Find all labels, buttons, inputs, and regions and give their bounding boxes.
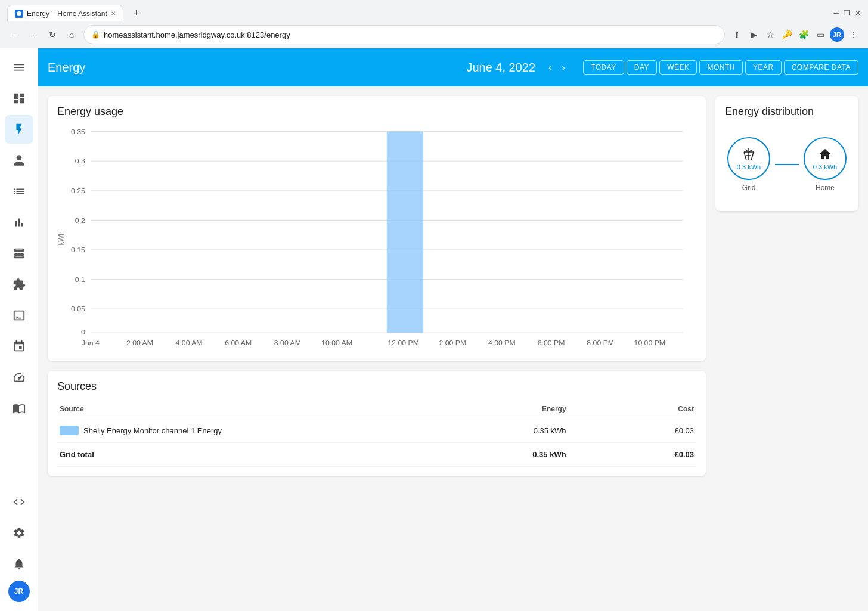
back-btn[interactable]: ← — [7, 27, 21, 42]
tab-favicon — [15, 10, 23, 18]
svg-text:0.15: 0.15 — [71, 246, 85, 255]
browser-chrome: Energy – Home Assistant ✕ + ─ ❐ ✕ ← → ↻ … — [0, 0, 868, 48]
browser-actions: ⬆ ▶ ☆ 🔑 🧩 ▭ JR ⋮ — [730, 27, 861, 42]
svg-text:4:00 AM: 4:00 AM — [176, 339, 203, 348]
grid-label: Grid — [742, 184, 756, 192]
total-cost: £0.03 — [569, 443, 696, 467]
svg-text:0.3: 0.3 — [75, 157, 85, 166]
energy-distribution-card: Energy distribution — [715, 96, 858, 211]
sidebar-item-list[interactable] — [5, 177, 33, 206]
sidebar-item-book[interactable] — [5, 394, 33, 423]
svg-text:2:00 AM: 2:00 AM — [126, 339, 153, 348]
topbar-buttons: TODAY DAY WEEK MONTH YEAR COMPARE DATA — [583, 60, 858, 75]
month-btn[interactable]: MONTH — [699, 60, 743, 75]
total-label: Grid total — [60, 450, 94, 459]
topbar-nav: ‹ › — [545, 59, 569, 76]
tab-title: Energy – Home Assistant — [27, 10, 107, 18]
sidebar-item-terminal[interactable] — [5, 301, 33, 330]
year-btn[interactable]: YEAR — [745, 60, 782, 75]
minimize-btn[interactable]: ─ — [833, 9, 839, 17]
sidebar-item-rack[interactable] — [5, 239, 33, 268]
sidebar-btn[interactable]: ▭ — [813, 27, 827, 42]
extensions-btn[interactable]: 🧩 — [796, 27, 811, 42]
play-btn[interactable]: ▶ — [746, 27, 761, 42]
address-bar[interactable]: 🔒 homeassistant.home.jamesridgway.co.uk:… — [83, 25, 725, 44]
home-btn[interactable]: ⌂ — [64, 27, 79, 42]
browser-tab[interactable]: Energy – Home Assistant ✕ — [7, 5, 123, 21]
restore-btn[interactable]: ❐ — [844, 9, 850, 17]
sidebar-item-person[interactable] — [5, 146, 33, 175]
dist-line — [775, 164, 799, 165]
table-row-total: Grid total 0.35 kWh £0.03 — [57, 443, 696, 467]
total-name-cell: Grid total — [57, 443, 441, 467]
energy-usage-card: Energy usage — [48, 96, 706, 361]
compare-data-btn[interactable]: COMPARE DATA — [784, 60, 858, 75]
browser-toolbar: ← → ↻ ⌂ 🔒 homeassistant.home.jamesridgwa… — [0, 21, 868, 48]
app-container: JR Energy June 4, 2022 ‹ › TODAY DAY WEE… — [0, 48, 868, 611]
home-value: 0.3 kWh — [813, 163, 837, 170]
forward-btn[interactable]: → — [26, 27, 41, 42]
grid-value: 0.3 kWh — [737, 163, 761, 170]
source-col-header: Source — [57, 400, 441, 418]
svg-text:0.05: 0.05 — [71, 305, 85, 314]
main-left: Energy usage — [48, 96, 706, 602]
dist-connector — [775, 164, 799, 165]
source-name: Shelly Energy Monitor channel 1 Energy — [60, 426, 438, 435]
svg-text:6:00 PM: 6:00 PM — [538, 339, 565, 348]
chart-bar — [387, 132, 423, 333]
svg-line-35 — [751, 152, 754, 160]
today-btn[interactable]: TODAY — [583, 60, 624, 75]
sidebar-item-barchart[interactable] — [5, 208, 33, 237]
sidebar-item-dashboard[interactable] — [5, 84, 33, 113]
distribution-nodes: 0.3 kWh Grid — [725, 128, 849, 201]
next-date-btn[interactable]: › — [558, 59, 569, 76]
sidebar-item-calendar[interactable] — [5, 332, 33, 361]
svg-text:0.35: 0.35 — [71, 128, 85, 136]
source-label: Shelly Energy Monitor channel 1 Energy — [83, 426, 222, 435]
svg-text:0.25: 0.25 — [71, 187, 85, 195]
sidebar-item-profile[interactable]: JR — [8, 581, 30, 602]
cast-btn[interactable]: ⬆ — [730, 27, 744, 42]
reload-btn[interactable]: ↻ — [45, 27, 60, 42]
key-btn[interactable]: 🔑 — [780, 27, 794, 42]
svg-text:kWh: kWh — [57, 231, 66, 245]
sidebar-item-speed[interactable] — [5, 363, 33, 392]
source-energy: 0.35 kWh — [441, 418, 568, 443]
svg-text:10:00 AM: 10:00 AM — [321, 339, 352, 348]
svg-text:0.2: 0.2 — [75, 216, 85, 225]
sidebar-item-settings[interactable] — [5, 519, 33, 547]
profile-initials: JR — [14, 587, 23, 596]
home-node: 0.3 kWh Home — [804, 137, 847, 192]
sidebar-item-developer[interactable] — [5, 488, 33, 516]
svg-text:8:00 AM: 8:00 AM — [274, 339, 301, 348]
new-tab-btn[interactable]: + — [128, 5, 145, 21]
home-icon — [818, 147, 832, 163]
sidebar-item-energy[interactable] — [5, 115, 33, 144]
svg-text:6:00 AM: 6:00 AM — [225, 339, 252, 348]
prev-date-btn[interactable]: ‹ — [545, 59, 556, 76]
sources-title: Sources — [57, 380, 696, 393]
day-btn[interactable]: DAY — [627, 60, 657, 75]
star-btn[interactable]: ☆ — [763, 27, 777, 42]
source-swatch — [60, 426, 79, 435]
sidebar-item-notifications[interactable] — [5, 550, 33, 578]
total-energy: 0.35 kWh — [441, 443, 568, 467]
menu-btn[interactable]: ⋮ — [847, 27, 861, 42]
sidebar-menu-btn[interactable] — [5, 53, 33, 82]
sidebar-item-extension[interactable] — [5, 270, 33, 299]
main-right: Energy distribution — [715, 96, 858, 602]
url-text: homeassistant.home.jamesridgway.co.uk:81… — [104, 30, 290, 39]
grid-circle: 0.3 kWh — [727, 137, 770, 180]
week-btn[interactable]: WEEK — [659, 60, 697, 75]
sources-table: Source Energy Cost Shelly Energy Mo — [57, 400, 696, 467]
svg-text:2:00 PM: 2:00 PM — [439, 339, 466, 348]
close-btn[interactable]: ✕ — [855, 9, 861, 17]
sidebar-top — [5, 82, 33, 488]
grid-node: 0.3 kWh Grid — [727, 137, 770, 192]
svg-text:0: 0 — [81, 328, 85, 337]
home-circle: 0.3 kWh — [804, 137, 847, 180]
chart-container: 0.35 0.3 0.25 0.2 0.15 0.1 0.05 0 kWh — [57, 125, 696, 352]
tab-close-btn[interactable]: ✕ — [111, 10, 116, 17]
profile-avatar-browser[interactable]: JR — [830, 27, 844, 42]
svg-text:Jun 4: Jun 4 — [82, 339, 100, 348]
